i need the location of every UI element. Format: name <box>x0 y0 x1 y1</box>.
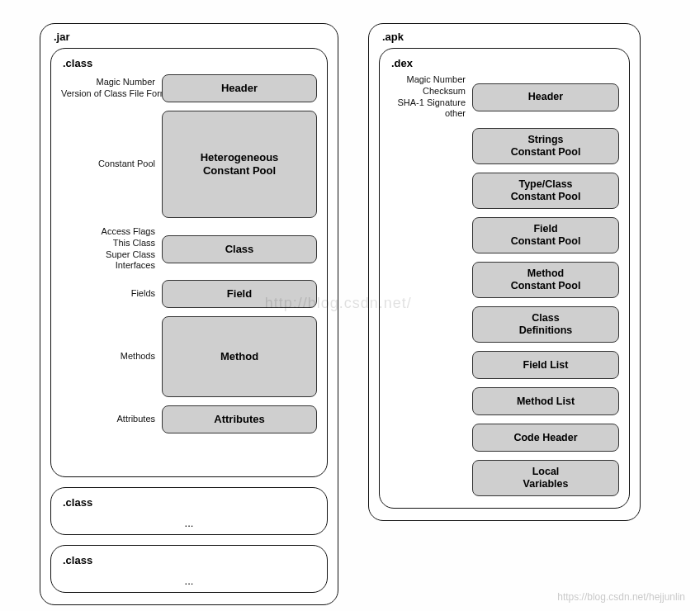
row-label-text: Fields <box>61 288 155 300</box>
diagram-row: FieldsField <box>61 280 317 308</box>
diagram-block: ClassDefinitions <box>472 306 619 343</box>
row-label-text: Constant Pool <box>61 159 155 170</box>
diagram-block: Type/ClassConstant Pool <box>472 173 619 209</box>
diagram-row: Constant PoolHeterogeneousConstant Pool <box>61 111 317 218</box>
diagram-block: Method <box>162 316 317 397</box>
row-labels: Methods <box>61 351 162 362</box>
diagram-row: StringsConstant Pool <box>390 128 619 164</box>
row-label-text: SHA-1 Signature <box>390 97 466 109</box>
diagram-row: AttributesAttributes <box>61 405 317 433</box>
apk-container: .apk .dex Magic NumberChecksumSHA-1 Sign… <box>368 23 641 521</box>
diagram-block: Header <box>162 74 317 102</box>
diagram-row: Access FlagsThis ClassSuper ClassInterfa… <box>61 226 317 272</box>
ellipsis-text: ... <box>61 517 317 529</box>
row-label-text: Magic Number <box>61 77 155 88</box>
row-label-text: This Class <box>61 238 155 249</box>
class-extra-title: .class <box>63 496 317 509</box>
diagram-block: FieldConstant Pool <box>472 217 619 253</box>
class-main-rows: Magic NumberVersion of Class File Format… <box>61 74 317 433</box>
dex-title: .dex <box>391 57 619 69</box>
class-extra-container: .class... <box>50 487 328 535</box>
row-label-text: Access Flags <box>61 226 155 238</box>
diagram-row: MethodConstant Pool <box>390 262 619 298</box>
diagram-row: Code Header <box>390 424 619 452</box>
diagram-block: Attributes <box>162 405 317 433</box>
diagram-block: LocalVariables <box>472 460 619 496</box>
diagram-block: Code Header <box>472 424 619 452</box>
row-labels: Magic NumberChecksumSHA-1 Signatureother <box>390 74 472 120</box>
jar-title: .jar <box>54 31 328 43</box>
ellipsis-text: ... <box>61 575 317 587</box>
diagram-row: Field List <box>390 351 619 379</box>
diagram-row: MethodsMethod <box>61 316 317 397</box>
diagram-block: MethodConstant Pool <box>472 262 619 298</box>
row-labels: Attributes <box>61 414 162 425</box>
jar-container: .jar .class Magic NumberVersion of Class… <box>40 23 338 605</box>
row-labels: Magic NumberVersion of Class File Format <box>61 77 162 100</box>
diagram-row: LocalVariables <box>390 460 619 496</box>
row-labels: Access FlagsThis ClassSuper ClassInterfa… <box>61 226 162 272</box>
row-label-text: other <box>390 108 466 120</box>
diagram-block: Method List <box>472 387 619 415</box>
class-extra-container: .class... <box>50 545 328 593</box>
diagram-row: Type/ClassConstant Pool <box>390 173 619 209</box>
class-main-title: .class <box>63 57 317 69</box>
row-labels: Fields <box>61 288 162 300</box>
dex-container: .dex Magic NumberChecksumSHA-1 Signature… <box>379 48 630 509</box>
row-label-text: Version of Class File Format <box>61 88 155 100</box>
dex-rows: Magic NumberChecksumSHA-1 Signatureother… <box>390 74 619 496</box>
diagram-row: ClassDefinitions <box>390 306 619 343</box>
diagram-row: Magic NumberVersion of Class File Format… <box>61 74 317 102</box>
diagram-block: Class <box>162 235 317 263</box>
row-label-text: Interfaces <box>61 260 155 272</box>
diagram-block: Header <box>472 83 619 111</box>
diagram-row: Method List <box>390 387 619 415</box>
diagram-block: Field List <box>472 351 619 379</box>
diagram-row: FieldConstant Pool <box>390 217 619 253</box>
row-label-text: Attributes <box>61 414 155 425</box>
row-label-text: Magic Number <box>390 74 466 86</box>
class-extra-title: .class <box>63 554 317 566</box>
row-label-text: Checksum <box>390 86 466 97</box>
row-label-text: Super Class <box>61 249 155 261</box>
class-main-container: .class Magic NumberVersion of Class File… <box>50 48 328 477</box>
row-labels: Constant Pool <box>61 159 162 170</box>
row-label-text: Methods <box>61 351 155 362</box>
diagram-block: StringsConstant Pool <box>472 128 619 164</box>
diagram-block: Field <box>162 280 317 308</box>
diagram-block: HeterogeneousConstant Pool <box>162 111 317 218</box>
diagram-row: Magic NumberChecksumSHA-1 Signatureother… <box>390 74 619 120</box>
apk-title: .apk <box>382 31 630 43</box>
